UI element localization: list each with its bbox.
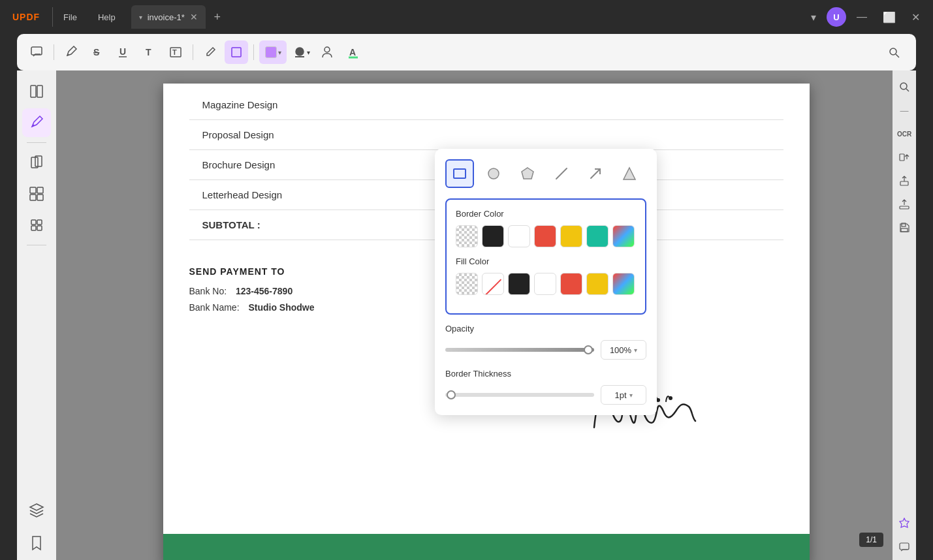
comment-panel-button[interactable] (894, 538, 914, 557)
underline-tool-button[interactable]: U (112, 40, 135, 64)
fill-color-none[interactable] (482, 273, 504, 295)
extract-button[interactable] (894, 171, 914, 191)
save-right-button[interactable] (894, 218, 914, 238)
read-mode-button[interactable] (22, 77, 51, 106)
text-box-tool-button[interactable]: T (164, 40, 187, 64)
thickness-value-box[interactable]: 1pt ▾ (601, 385, 646, 405)
text-color-button[interactable]: A (341, 40, 365, 64)
fill-color-black[interactable] (508, 273, 530, 295)
bookmark-button[interactable] (22, 529, 51, 557)
upload-button[interactable] (894, 194, 914, 214)
svg-rect-7 (232, 48, 241, 57)
opacity-slider[interactable] (445, 348, 594, 352)
tab-list-icon[interactable]: ▾ (806, 8, 821, 26)
user-avatar[interactable]: U (827, 7, 846, 27)
pages-button[interactable] (22, 148, 51, 177)
svg-rect-23 (37, 220, 42, 225)
tab-close-icon[interactable]: ✕ (190, 12, 198, 22)
pentagon-shape-option[interactable] (513, 159, 542, 188)
border-color-gradient[interactable] (612, 225, 635, 247)
compress-button[interactable] (22, 211, 51, 240)
search-tool-button[interactable] (882, 40, 906, 64)
text-tool-button[interactable]: T (138, 40, 161, 64)
shape-tool-button[interactable] (225, 40, 248, 64)
toolbar-sep-3 (253, 44, 254, 60)
ocr-button[interactable]: OCR (894, 124, 914, 144)
border-thickness-label: Border Thickness (445, 369, 646, 379)
svg-text:T: T (172, 48, 177, 56)
scroll-top-button[interactable]: — (894, 101, 914, 120)
tab-label: invoice-1* (148, 12, 185, 22)
border-color-white[interactable] (508, 225, 530, 247)
convert-button[interactable] (894, 148, 914, 167)
border-color-red[interactable] (534, 225, 556, 247)
minimize-button[interactable]: — (851, 8, 872, 25)
opacity-value-box[interactable]: 100% ▾ (601, 340, 646, 360)
tool-sep-1 (27, 142, 46, 143)
svg-rect-18 (30, 187, 36, 193)
opacity-thumb[interactable] (584, 345, 593, 354)
svg-rect-13 (31, 86, 36, 97)
circle-shape-option[interactable] (479, 159, 508, 188)
toolbar-right (882, 40, 908, 64)
border-color-button[interactable]: ▾ (289, 40, 313, 64)
title-bar-right: ▾ U — ⬜ ✕ (806, 7, 933, 27)
pencil-tool-button[interactable] (198, 40, 222, 64)
bank-no-label: Bank No: (189, 286, 227, 296)
fill-color-transparent[interactable] (456, 273, 478, 295)
highlight-panel-button[interactable] (22, 108, 51, 137)
menu-file[interactable]: File (53, 0, 87, 34)
rectangle-shape-option[interactable] (445, 159, 474, 188)
active-tab[interactable]: ▾ invoice-1* ✕ (131, 5, 206, 29)
svg-point-8 (296, 48, 304, 55)
fill-color-gradient[interactable] (612, 273, 635, 295)
arrow-shape-option[interactable] (581, 159, 610, 188)
fill-color-yellow[interactable] (586, 273, 609, 295)
color-swatch-button[interactable]: ▾ (259, 40, 287, 64)
border-thickness-row: 1pt ▾ (445, 385, 646, 405)
right-tool-panel: — OCR (893, 70, 916, 560)
menu-bar: File Help (53, 0, 126, 34)
comment-tool-button[interactable] (25, 40, 48, 64)
arrange-button[interactable] (22, 179, 51, 208)
border-color-teal[interactable] (586, 225, 609, 247)
svg-rect-21 (37, 194, 43, 200)
menu-help[interactable]: Help (87, 0, 126, 34)
title-bar: UPDF File Help ▾ invoice-1* ✕ + ▾ U — ⬜ … (0, 0, 933, 34)
bank-name-value: Studio Shodwe (248, 302, 314, 313)
thickness-slider[interactable] (445, 393, 594, 397)
border-color-black[interactable] (482, 225, 504, 247)
triangle-shape-option[interactable] (615, 159, 644, 188)
svg-point-35 (669, 396, 672, 400)
left-tool-panel (17, 70, 56, 560)
svg-marker-41 (624, 168, 635, 179)
green-footer (163, 534, 810, 560)
search-right-button[interactable] (894, 77, 914, 97)
border-color-transparent[interactable] (456, 225, 478, 247)
layers-button[interactable] (22, 496, 51, 525)
svg-text:S: S (93, 47, 99, 57)
tab-area: ▾ invoice-1* ✕ + (126, 5, 806, 29)
fill-color-red[interactable] (560, 273, 582, 295)
svg-rect-33 (900, 543, 909, 550)
thickness-thumb[interactable] (447, 390, 456, 399)
svg-marker-38 (522, 168, 533, 179)
table-cell-proposal: Proposal Design (189, 120, 783, 150)
fill-color-white[interactable] (534, 273, 556, 295)
bank-name-label: Bank Name: (189, 302, 240, 313)
highlight-tool-button[interactable] (59, 40, 83, 64)
svg-rect-32 (901, 228, 908, 232)
bank-no-value: 123-456-7890 (236, 286, 293, 296)
tool-sep-2 (27, 245, 46, 245)
maximize-button[interactable]: ⬜ (878, 8, 901, 26)
line-shape-option[interactable] (547, 159, 576, 188)
svg-rect-24 (31, 226, 36, 230)
border-color-yellow[interactable] (560, 225, 582, 247)
close-button[interactable]: ✕ (906, 8, 925, 26)
person-tool-button[interactable] (315, 40, 339, 64)
app-logo: UPDF (0, 0, 52, 34)
strikethrough-tool-button[interactable]: S (86, 40, 109, 64)
svg-rect-25 (37, 226, 42, 230)
add-tab-button[interactable]: + (208, 8, 227, 26)
magic-button[interactable] (894, 514, 914, 534)
